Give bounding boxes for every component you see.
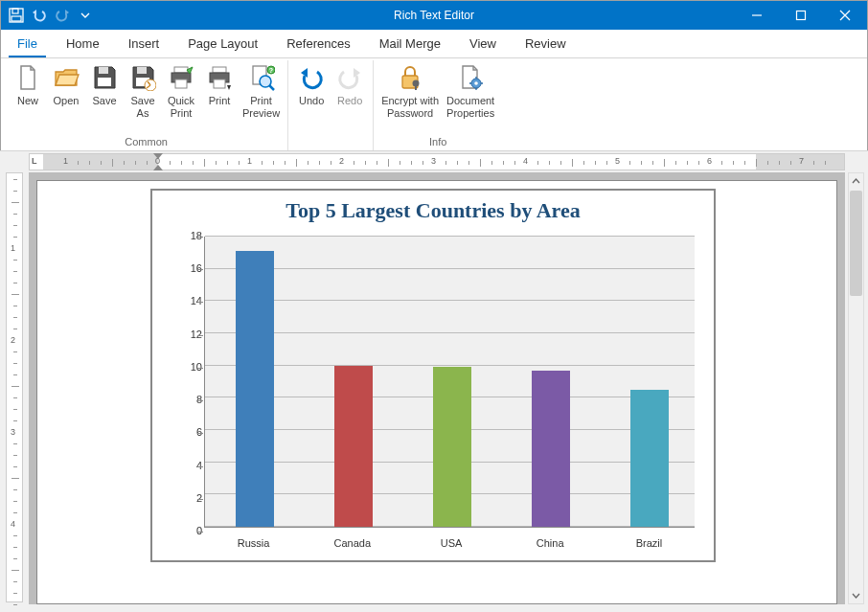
chart-x-tick-label: Brazil (610, 537, 687, 549)
ruler-number: 6 (707, 156, 712, 166)
encrypt-button[interactable]: Encrypt withPassword (377, 60, 443, 134)
chart-bar (532, 371, 570, 527)
print-preview-button[interactable]: ?PrintPreview (239, 60, 284, 134)
printer-icon (204, 62, 235, 93)
scroll-down-icon[interactable] (849, 587, 863, 603)
chart-y-tick (197, 466, 203, 467)
tab-insert[interactable]: Insert (114, 30, 174, 57)
tab-mail-merge[interactable]: Mail Merge (365, 30, 455, 57)
redo-button[interactable]: Redo (331, 60, 369, 146)
quick-print-button-label: QuickPrint (168, 95, 194, 120)
close-button[interactable] (823, 1, 867, 30)
svg-rect-8 (98, 78, 111, 86)
chart-y-tick-label: 8 (183, 394, 202, 405)
ruler-number: 1 (63, 156, 68, 166)
vertical-ruler[interactable]: 1234 (6, 172, 23, 602)
chart-y-tick-label: 2 (183, 492, 202, 504)
ruler-number: 2 (11, 335, 15, 345)
chart-y-tick-label: 12 (183, 329, 202, 340)
chart-bar (433, 367, 471, 527)
open-button[interactable]: Open (47, 60, 85, 134)
chart-y-tick (197, 433, 203, 434)
save-button[interactable]: Save (85, 60, 124, 134)
scroll-up-icon[interactable] (849, 173, 863, 190)
chart-x-tick-label: Canada (314, 537, 391, 549)
chart-gridline (205, 268, 695, 269)
tab-file[interactable]: File (3, 30, 52, 57)
document-viewport[interactable]: Top 5 Largest Countries by Area Total ar… (29, 172, 845, 604)
document-page: Top 5 Largest Countries by Area Total ar… (36, 180, 837, 604)
svg-rect-9 (137, 67, 147, 74)
chart-y-tick (197, 335, 203, 336)
ruler-number: 7 (799, 156, 804, 166)
document-properties-button[interactable]: DocumentProperties (443, 60, 498, 134)
svg-rect-1 (12, 9, 18, 13)
encrypt-button-label: Encrypt withPassword (381, 95, 439, 120)
svg-rect-2 (11, 16, 21, 21)
ribbon: NewOpenSaveSaveAsQuickPrintPrint?PrintPr… (1, 58, 867, 151)
ruler-number: 1 (247, 156, 252, 166)
quick-print-button[interactable]: QuickPrint (162, 60, 200, 134)
chart-y-tick-label: 0 (183, 525, 202, 536)
chart-plot-area (204, 237, 695, 528)
svg-line-21 (269, 85, 274, 90)
maximize-button[interactable] (779, 1, 823, 30)
print-preview-button-label: PrintPreview (242, 95, 280, 120)
vertical-scrollbar[interactable] (848, 172, 864, 604)
embedded-chart[interactable]: Top 5 Largest Countries by Area Total ar… (150, 189, 716, 562)
chart-bar (630, 390, 669, 527)
chart-title: Top 5 Largest Countries by Area (152, 191, 714, 227)
magnifier-doc-icon: ? (246, 62, 277, 93)
chart-y-tick (197, 269, 203, 270)
undo-button[interactable]: Undo (292, 60, 331, 146)
svg-rect-4 (797, 11, 806, 20)
qat-dropdown-icon[interactable] (78, 8, 93, 23)
svg-rect-7 (99, 67, 108, 74)
folder-icon (51, 62, 81, 93)
doc-icon (12, 62, 43, 93)
horizontal-ruler[interactable]: L 101234567 (29, 153, 845, 170)
document-properties-button-label: DocumentProperties (446, 95, 494, 120)
chart-gridline (205, 365, 695, 366)
new-button[interactable]: New (9, 60, 47, 134)
qat-redo-icon[interactable] (55, 8, 70, 23)
undo-icon (296, 62, 327, 93)
chart-gridline (205, 236, 695, 237)
svg-marker-18 (227, 85, 231, 90)
chart-bar (236, 251, 274, 527)
menu-tabs: FileHomeInsertPage LayoutReferencesMail … (1, 30, 867, 58)
chart-y-tick-label: 10 (183, 361, 202, 373)
chart-y-tick-label: 4 (183, 460, 202, 471)
tab-page-layout[interactable]: Page Layout (173, 30, 272, 57)
new-button-label: New (17, 95, 38, 120)
chart-y-tick (197, 302, 203, 303)
chart-y-tick-label: 14 (183, 295, 202, 306)
svg-rect-15 (213, 67, 226, 73)
chart-y-tick (197, 400, 203, 401)
chart-gridline (205, 300, 695, 301)
svg-rect-26 (415, 85, 417, 90)
save-as-button[interactable]: SaveAs (124, 60, 162, 134)
chart-x-tick-label: USA (413, 537, 490, 549)
open-button-label: Open (54, 95, 80, 120)
scrollbar-thumb[interactable] (850, 191, 862, 296)
tab-view[interactable]: View (455, 30, 511, 57)
qat-undo-icon[interactable] (32, 8, 47, 23)
svg-rect-17 (214, 79, 225, 88)
redo-icon (334, 62, 365, 93)
tab-home[interactable]: Home (52, 30, 114, 57)
print-button[interactable]: Print (200, 60, 239, 134)
tab-references[interactable]: References (272, 30, 364, 57)
app-save-small-icon[interactable] (9, 8, 24, 23)
print-button-label: Print (209, 95, 231, 120)
tab-review[interactable]: Review (511, 30, 581, 57)
ruler-number: 5 (615, 156, 620, 166)
save-button-label: Save (92, 95, 116, 120)
chart-y-tick (197, 532, 203, 533)
ruler-number: 0 (155, 156, 160, 166)
ruler-number: 4 (11, 519, 15, 529)
chart-bar (334, 366, 373, 527)
chart-y-tick-label: 16 (183, 262, 202, 274)
minimize-button[interactable] (735, 1, 779, 30)
svg-rect-12 (174, 67, 188, 73)
